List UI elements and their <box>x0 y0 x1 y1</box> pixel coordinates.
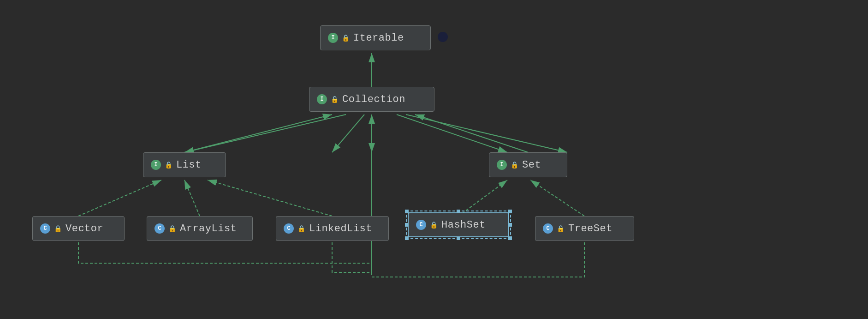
svg-line-13 <box>397 114 507 152</box>
node-list[interactable]: I 🔒 List <box>143 152 226 177</box>
svg-line-9 <box>530 180 584 216</box>
node-label-list: List <box>176 159 202 171</box>
node-linkedlist[interactable]: C 🔒 LinkedList <box>276 216 389 241</box>
lock-icon-linkedlist: 🔒 <box>297 225 305 233</box>
class-icon-hashset: C <box>416 220 426 230</box>
node-iterable[interactable]: I 🔒 Iterable <box>320 25 431 50</box>
connections-svg <box>0 0 868 319</box>
node-vector[interactable]: C 🔒 Vector <box>32 216 125 241</box>
node-label-treeset: TreeSet <box>568 223 612 235</box>
class-icon-treeset: C <box>543 223 553 234</box>
lock-icon-treeset: 🔒 <box>557 225 565 233</box>
node-label-collection: Collection <box>342 94 405 105</box>
node-label-iterable: Iterable <box>353 32 404 44</box>
svg-point-15 <box>438 32 448 42</box>
svg-line-4 <box>415 114 528 152</box>
node-hashset[interactable]: C 🔒 HashSet <box>408 212 509 237</box>
node-collection[interactable]: I 🔒 Collection <box>309 87 434 112</box>
node-label-hashset: HashSet <box>441 219 486 231</box>
svg-line-11 <box>332 114 364 152</box>
svg-line-3 <box>184 114 332 152</box>
node-label-vector: Vector <box>65 223 103 235</box>
mouse-cursor <box>437 31 448 42</box>
node-label-set: Set <box>522 159 541 171</box>
lock-icon-hashset: 🔒 <box>430 221 438 229</box>
node-arraylist[interactable]: C 🔒 ArrayList <box>147 216 253 241</box>
lock-icon-set: 🔒 <box>511 161 518 169</box>
lock-icon-list: 🔒 <box>165 161 172 169</box>
svg-line-8 <box>458 180 507 216</box>
svg-line-7 <box>208 180 332 216</box>
diagram-canvas: I 🔒 Iterable I 🔒 Collection I 🔒 List I 🔒… <box>0 0 868 319</box>
lock-icon-arraylist: 🔒 <box>168 225 176 233</box>
node-label-linkedlist: LinkedList <box>309 223 372 235</box>
svg-line-14 <box>406 114 567 152</box>
svg-line-6 <box>184 180 200 216</box>
lock-icon-iterable: 🔒 <box>342 34 350 42</box>
interface-icon-iterable: I <box>328 33 338 43</box>
node-set[interactable]: I 🔒 Set <box>489 152 567 177</box>
interface-icon-set: I <box>497 160 507 170</box>
node-treeset[interactable]: C 🔒 TreeSet <box>535 216 634 241</box>
class-icon-vector: C <box>40 223 50 234</box>
svg-line-10 <box>184 114 346 152</box>
class-icon-linkedlist: C <box>284 223 294 234</box>
interface-icon-list: I <box>151 160 161 170</box>
class-icon-arraylist: C <box>155 223 165 234</box>
lock-icon-vector: 🔒 <box>54 225 62 233</box>
svg-line-5 <box>78 180 161 216</box>
lock-icon-collection: 🔒 <box>331 96 339 103</box>
interface-icon-collection: I <box>317 94 327 104</box>
node-label-arraylist: ArrayList <box>180 223 237 235</box>
